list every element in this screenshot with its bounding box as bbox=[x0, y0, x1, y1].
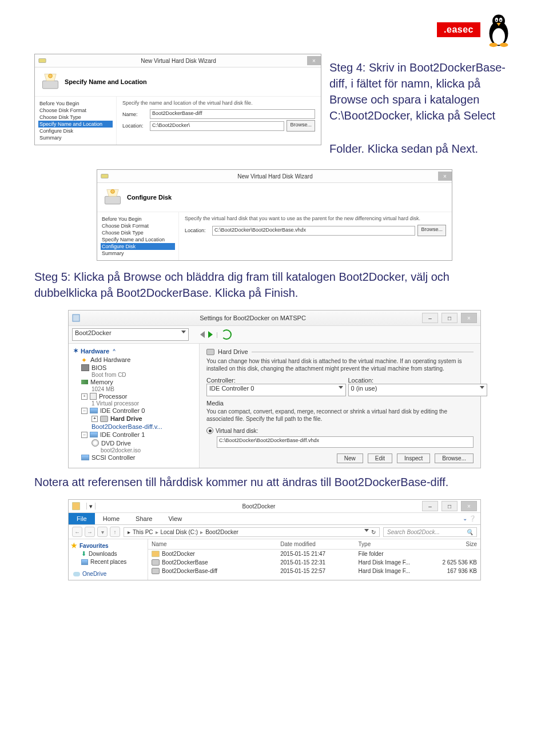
step-name-location[interactable]: Specify Name and Location bbox=[38, 121, 113, 128]
col-name[interactable]: Name bbox=[148, 539, 277, 549]
search-placeholder: Search Boot2Dock... bbox=[387, 529, 440, 535]
vhd-radio[interactable]: Virtual hard disk: bbox=[206, 427, 474, 434]
scsi-item[interactable]: SCSI Controller bbox=[71, 453, 197, 461]
vhd-path-input[interactable]: C:\Boot2Docker\Boot2DockerBase-diff.vhdx bbox=[217, 436, 474, 448]
col-size[interactable]: Size bbox=[423, 539, 480, 549]
disk-image-icon bbox=[152, 559, 160, 566]
tab-view[interactable]: View bbox=[160, 513, 190, 524]
step-configure[interactable]: Configure Disk bbox=[101, 243, 175, 250]
next-icon[interactable] bbox=[208, 331, 213, 338]
ide0-item[interactable]: –IDE Controller 0 bbox=[71, 407, 197, 415]
name-label: Name: bbox=[122, 112, 150, 117]
hard-drive-hint: You can change how this virtual hard dis… bbox=[206, 357, 474, 372]
ribbon-expand[interactable]: ⌄ ❔ bbox=[458, 513, 480, 524]
vm-select[interactable]: Boot2Docker bbox=[72, 328, 189, 341]
refresh-icon[interactable] bbox=[221, 329, 232, 340]
browse-button[interactable]: Browse... bbox=[287, 120, 315, 132]
ide1-item[interactable]: –IDE Controller 1 bbox=[71, 431, 197, 439]
nav-recent[interactable]: Recent places bbox=[71, 558, 145, 566]
forward-button[interactable]: → bbox=[85, 527, 95, 537]
disk-icon bbox=[101, 173, 109, 180]
dvd-drive-item[interactable]: DVD Drive bbox=[71, 439, 197, 447]
step-before[interactable]: Before You Begin bbox=[38, 100, 113, 107]
back-button[interactable]: ← bbox=[72, 527, 82, 537]
crumb-0[interactable]: This PC bbox=[133, 529, 153, 535]
crumb-2[interactable]: Boot2Docker bbox=[205, 529, 238, 535]
tab-file[interactable]: File bbox=[69, 513, 95, 524]
step-format[interactable]: Choose Disk Format bbox=[101, 222, 175, 229]
hard-drive-file[interactable]: Boot2DockerBase-diff.v... bbox=[71, 423, 197, 431]
step-name-location[interactable]: Specify Name and Location bbox=[101, 236, 175, 243]
step-summary[interactable]: Summary bbox=[38, 134, 113, 141]
tab-share[interactable]: Share bbox=[128, 513, 160, 524]
inspect-button[interactable]: Inspect bbox=[397, 453, 430, 463]
vm-select-value: Boot2Docker bbox=[75, 329, 112, 336]
location-input[interactable]: C:\Boot2Docker\ bbox=[150, 121, 284, 131]
location-select[interactable]: 0 (in use) bbox=[348, 384, 488, 396]
up-button[interactable]: ↑ bbox=[110, 527, 120, 537]
controller-label: Controller: bbox=[206, 377, 332, 384]
nav-downloads[interactable]: ⬇Downloads bbox=[71, 550, 145, 558]
breadcrumb[interactable]: ▸ This PC▸ Local Disk (C:)▸ Boot2Docker … bbox=[124, 527, 380, 537]
step-format[interactable]: Choose Disk Format bbox=[38, 107, 113, 114]
step-before[interactable]: Before You Begin bbox=[101, 216, 175, 222]
media-hint: You can compact, convert, expand, merge,… bbox=[206, 408, 474, 423]
close-button[interactable]: × bbox=[307, 56, 321, 65]
hard-drive-item[interactable]: +Hard Drive bbox=[71, 415, 197, 423]
col-date[interactable]: Date modified bbox=[277, 539, 355, 549]
list-item[interactable]: Boot2Docker 2015-01-15 21:47 File folder bbox=[148, 550, 480, 558]
step-configure[interactable]: Configure Disk bbox=[38, 128, 113, 134]
step-type[interactable]: Choose Disk Type bbox=[101, 229, 175, 236]
memory-sub: 1024 MB bbox=[71, 386, 197, 392]
vhd-radio-label: Virtual hard disk: bbox=[216, 428, 258, 434]
new-button[interactable]: New bbox=[337, 453, 363, 463]
processor-item[interactable]: +Processor bbox=[71, 392, 197, 400]
location-label: Location: bbox=[122, 123, 150, 129]
location-input[interactable]: C:\Boot2Docker\Boot2DockerBase.vhdx bbox=[212, 226, 415, 236]
col-type[interactable]: Type bbox=[355, 539, 423, 549]
step-summary[interactable]: Summary bbox=[101, 250, 175, 257]
minimize-button[interactable]: – bbox=[422, 501, 438, 511]
memory-item[interactable]: Memory bbox=[71, 378, 197, 386]
tab-home[interactable]: Home bbox=[95, 513, 128, 524]
step-type[interactable]: Choose Disk Type bbox=[38, 114, 113, 121]
hardware-category: Hardware bbox=[81, 348, 109, 355]
wizard1-hint: Specify the name and location of the vir… bbox=[122, 100, 315, 106]
maximize-button[interactable]: □ bbox=[441, 313, 458, 323]
add-hardware[interactable]: ✦Add Hardware bbox=[71, 356, 197, 364]
svg-rect-9 bbox=[39, 59, 46, 63]
refresh-icon[interactable]: ↻ bbox=[371, 529, 376, 535]
name-input[interactable]: Boot2DockerBase-diff bbox=[150, 109, 315, 119]
list-item[interactable]: Boot2DockerBase 2015-01-15 22:31 Hard Di… bbox=[148, 558, 480, 567]
prev-icon[interactable] bbox=[200, 331, 205, 338]
settings-title: Settings for Boot2Docker on MATSPC bbox=[83, 315, 422, 321]
close-button[interactable]: × bbox=[461, 501, 477, 511]
wizard2-hint: Specify the virtual hard disk that you w… bbox=[185, 216, 446, 221]
svg-rect-12 bbox=[101, 174, 108, 178]
list-item[interactable]: Boot2DockerBase-diff 2015-01-15 22:57 Ha… bbox=[148, 567, 480, 575]
close-button[interactable]: × bbox=[438, 172, 452, 181]
history-button[interactable]: ▾ bbox=[97, 527, 108, 537]
minimize-button[interactable]: – bbox=[422, 313, 438, 323]
browse-button[interactable]: Browse... bbox=[435, 453, 474, 463]
svg-point-14 bbox=[111, 189, 115, 193]
close-button[interactable]: × bbox=[461, 313, 477, 323]
explorer-nav: ★Favourites ⬇Downloads Recent places One… bbox=[69, 539, 148, 580]
crumb-1[interactable]: Local Disk (C:) bbox=[161, 529, 198, 535]
wizard2-steps: Before You Begin Choose Disk Format Choo… bbox=[97, 212, 179, 260]
browse-button[interactable]: Browse... bbox=[417, 225, 446, 236]
search-input[interactable]: Search Boot2Dock... 🔍 bbox=[383, 527, 477, 537]
bios-item[interactable]: BIOS bbox=[71, 364, 197, 372]
disk-icon bbox=[38, 57, 46, 64]
edit-button[interactable]: Edit bbox=[368, 453, 392, 463]
controller-select[interactable]: IDE Controller 0 bbox=[206, 384, 346, 396]
svg-rect-13 bbox=[105, 196, 120, 204]
location-label: Location: bbox=[348, 377, 474, 384]
note-text: Notera att referensen till hårddisk komm… bbox=[34, 474, 515, 490]
settings-icon bbox=[72, 314, 80, 322]
quick-access-icon[interactable]: ▾ bbox=[87, 503, 95, 510]
nav-onedrive[interactable]: OneDrive bbox=[71, 570, 145, 578]
favourites-group[interactable]: ★Favourites bbox=[71, 542, 145, 550]
wizard1-heading: Specify Name and Location bbox=[65, 78, 147, 85]
maximize-button[interactable]: □ bbox=[441, 501, 458, 511]
